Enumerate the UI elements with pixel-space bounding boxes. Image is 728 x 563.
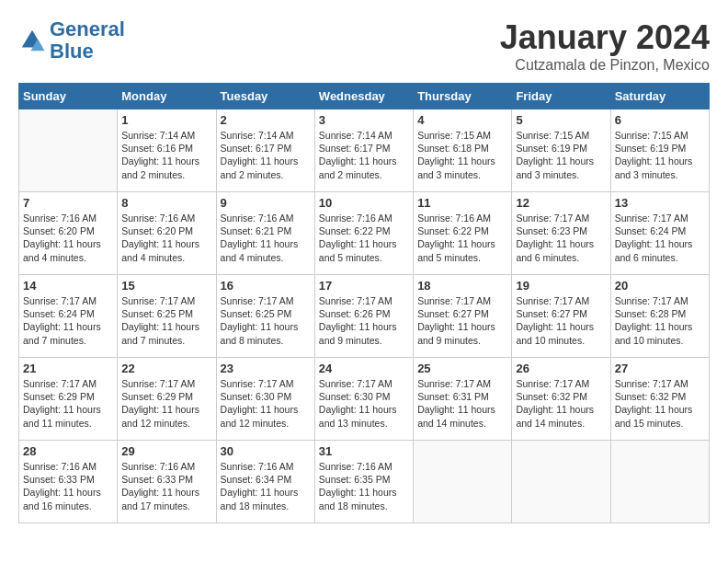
calendar-cell: 10Sunrise: 7:16 AM Sunset: 6:22 PM Dayli… — [314, 192, 413, 275]
calendar-cell: 2Sunrise: 7:14 AM Sunset: 6:17 PM Daylig… — [216, 109, 314, 192]
calendar-cell: 17Sunrise: 7:17 AM Sunset: 6:26 PM Dayli… — [314, 275, 413, 358]
day-info: Sunrise: 7:16 AM Sunset: 6:22 PM Dayligh… — [417, 212, 507, 264]
day-number: 27 — [615, 362, 705, 375]
day-info: Sunrise: 7:17 AM Sunset: 6:29 PM Dayligh… — [121, 377, 211, 430]
day-info: Sunrise: 7:17 AM Sunset: 6:30 PM Dayligh… — [319, 377, 409, 430]
day-number: 3 — [319, 113, 409, 127]
day-info: Sunrise: 7:17 AM Sunset: 6:23 PM Dayligh… — [516, 212, 606, 264]
day-info: Sunrise: 7:17 AM Sunset: 6:24 PM Dayligh… — [615, 212, 705, 264]
logo-line1: General — [50, 17, 125, 40]
calendar-cell: 6Sunrise: 7:15 AM Sunset: 6:19 PM Daylig… — [610, 109, 709, 192]
calendar-cell — [512, 441, 610, 523]
day-number: 2 — [221, 113, 311, 127]
col-header-wednesday: Wednesday — [314, 84, 413, 109]
day-number: 19 — [516, 279, 606, 293]
calendar-cell: 7Sunrise: 7:16 AM Sunset: 6:20 PM Daylig… — [19, 192, 118, 275]
day-info: Sunrise: 7:16 AM Sunset: 6:33 PM Dayligh… — [121, 460, 211, 512]
calendar-header-row: SundayMondayTuesdayWednesdayThursdayFrid… — [19, 84, 710, 109]
calendar-week-row: 21Sunrise: 7:17 AM Sunset: 6:29 PM Dayli… — [19, 358, 710, 441]
day-number: 24 — [319, 362, 409, 375]
day-number: 22 — [121, 362, 211, 375]
calendar-cell: 1Sunrise: 7:14 AM Sunset: 6:16 PM Daylig… — [118, 109, 216, 192]
calendar-cell: 22Sunrise: 7:17 AM Sunset: 6:29 PM Dayli… — [118, 358, 216, 441]
calendar-cell: 3Sunrise: 7:14 AM Sunset: 6:17 PM Daylig… — [314, 109, 413, 192]
day-info: Sunrise: 7:16 AM Sunset: 6:20 PM Dayligh… — [23, 212, 113, 264]
day-number: 31 — [319, 444, 409, 458]
day-info: Sunrise: 7:17 AM Sunset: 6:30 PM Dayligh… — [221, 377, 311, 430]
calendar-cell: 18Sunrise: 7:17 AM Sunset: 6:27 PM Dayli… — [414, 275, 512, 358]
day-info: Sunrise: 7:17 AM Sunset: 6:28 PM Dayligh… — [615, 294, 705, 347]
day-info: Sunrise: 7:17 AM Sunset: 6:27 PM Dayligh… — [417, 294, 507, 347]
calendar-cell — [610, 441, 709, 523]
day-info: Sunrise: 7:16 AM Sunset: 6:21 PM Dayligh… — [221, 212, 311, 264]
day-info: Sunrise: 7:17 AM Sunset: 6:26 PM Dayligh… — [319, 294, 409, 347]
day-info: Sunrise: 7:16 AM Sunset: 6:33 PM Dayligh… — [23, 460, 113, 512]
page-header: General Blue January 2024 Cutzamala de P… — [18, 18, 710, 74]
day-number: 4 — [417, 113, 507, 127]
day-number: 9 — [221, 196, 311, 210]
calendar-cell: 20Sunrise: 7:17 AM Sunset: 6:28 PM Dayli… — [610, 275, 709, 358]
day-info: Sunrise: 7:16 AM Sunset: 6:22 PM Dayligh… — [319, 212, 409, 264]
day-number: 10 — [319, 196, 409, 210]
calendar-cell: 31Sunrise: 7:16 AM Sunset: 6:35 PM Dayli… — [314, 441, 413, 523]
title-block: January 2024 Cutzamala de Pinzon, Mexico — [500, 18, 710, 74]
calendar-cell: 16Sunrise: 7:17 AM Sunset: 6:25 PM Dayli… — [216, 275, 314, 358]
day-number: 29 — [121, 444, 211, 458]
day-number: 18 — [417, 279, 507, 293]
day-number: 26 — [516, 362, 606, 375]
day-number: 23 — [221, 362, 311, 375]
calendar-cell: 9Sunrise: 7:16 AM Sunset: 6:21 PM Daylig… — [216, 192, 314, 275]
calendar-week-row: 28Sunrise: 7:16 AM Sunset: 6:33 PM Dayli… — [19, 441, 710, 523]
day-number: 17 — [319, 279, 409, 293]
calendar-cell: 25Sunrise: 7:17 AM Sunset: 6:31 PM Dayli… — [414, 358, 512, 441]
day-number: 15 — [121, 279, 211, 293]
day-info: Sunrise: 7:14 AM Sunset: 6:17 PM Dayligh… — [221, 129, 311, 181]
calendar-cell: 23Sunrise: 7:17 AM Sunset: 6:30 PM Dayli… — [216, 358, 314, 441]
day-number: 6 — [615, 113, 705, 127]
day-number: 14 — [23, 279, 113, 293]
day-number: 7 — [23, 196, 113, 210]
logo-icon — [18, 27, 46, 54]
calendar-cell — [414, 441, 512, 523]
col-header-thursday: Thursday — [414, 84, 512, 109]
day-number: 8 — [121, 196, 211, 210]
calendar-cell: 21Sunrise: 7:17 AM Sunset: 6:29 PM Dayli… — [19, 358, 118, 441]
calendar-cell: 27Sunrise: 7:17 AM Sunset: 6:32 PM Dayli… — [610, 358, 709, 441]
day-number: 5 — [516, 113, 606, 127]
day-info: Sunrise: 7:17 AM Sunset: 6:32 PM Dayligh… — [615, 377, 705, 430]
col-header-friday: Friday — [512, 84, 610, 109]
day-info: Sunrise: 7:16 AM Sunset: 6:34 PM Dayligh… — [221, 460, 311, 512]
col-header-sunday: Sunday — [19, 84, 118, 109]
logo-text: General Blue — [50, 18, 125, 63]
calendar-cell: 30Sunrise: 7:16 AM Sunset: 6:34 PM Dayli… — [216, 441, 314, 523]
day-info: Sunrise: 7:16 AM Sunset: 6:20 PM Dayligh… — [121, 212, 211, 264]
calendar-cell: 8Sunrise: 7:16 AM Sunset: 6:20 PM Daylig… — [118, 192, 216, 275]
day-number: 20 — [615, 279, 705, 293]
logo-line2: Blue — [50, 40, 94, 63]
day-info: Sunrise: 7:16 AM Sunset: 6:35 PM Dayligh… — [319, 460, 409, 512]
calendar-week-row: 1Sunrise: 7:14 AM Sunset: 6:16 PM Daylig… — [19, 109, 710, 192]
day-number: 30 — [221, 444, 311, 458]
day-info: Sunrise: 7:17 AM Sunset: 6:32 PM Dayligh… — [516, 377, 606, 430]
day-info: Sunrise: 7:17 AM Sunset: 6:25 PM Dayligh… — [221, 294, 311, 347]
calendar-cell: 19Sunrise: 7:17 AM Sunset: 6:27 PM Dayli… — [512, 275, 610, 358]
col-header-saturday: Saturday — [610, 84, 709, 109]
day-number: 16 — [221, 279, 311, 293]
calendar-week-row: 7Sunrise: 7:16 AM Sunset: 6:20 PM Daylig… — [19, 192, 710, 275]
day-number: 11 — [417, 196, 507, 210]
calendar-cell — [19, 109, 118, 192]
calendar-cell: 24Sunrise: 7:17 AM Sunset: 6:30 PM Dayli… — [314, 358, 413, 441]
calendar-cell: 29Sunrise: 7:16 AM Sunset: 6:33 PM Dayli… — [118, 441, 216, 523]
calendar-cell: 14Sunrise: 7:17 AM Sunset: 6:24 PM Dayli… — [19, 275, 118, 358]
day-number: 21 — [23, 362, 113, 375]
logo: General Blue — [18, 18, 125, 63]
day-info: Sunrise: 7:14 AM Sunset: 6:17 PM Dayligh… — [319, 129, 409, 181]
day-info: Sunrise: 7:17 AM Sunset: 6:27 PM Dayligh… — [516, 294, 606, 347]
day-info: Sunrise: 7:15 AM Sunset: 6:18 PM Dayligh… — [417, 129, 507, 181]
day-number: 12 — [516, 196, 606, 210]
day-info: Sunrise: 7:15 AM Sunset: 6:19 PM Dayligh… — [516, 129, 606, 181]
day-info: Sunrise: 7:17 AM Sunset: 6:24 PM Dayligh… — [23, 294, 113, 347]
calendar-cell: 5Sunrise: 7:15 AM Sunset: 6:19 PM Daylig… — [512, 109, 610, 192]
calendar-cell: 28Sunrise: 7:16 AM Sunset: 6:33 PM Dayli… — [19, 441, 118, 523]
day-info: Sunrise: 7:14 AM Sunset: 6:16 PM Dayligh… — [121, 129, 211, 181]
